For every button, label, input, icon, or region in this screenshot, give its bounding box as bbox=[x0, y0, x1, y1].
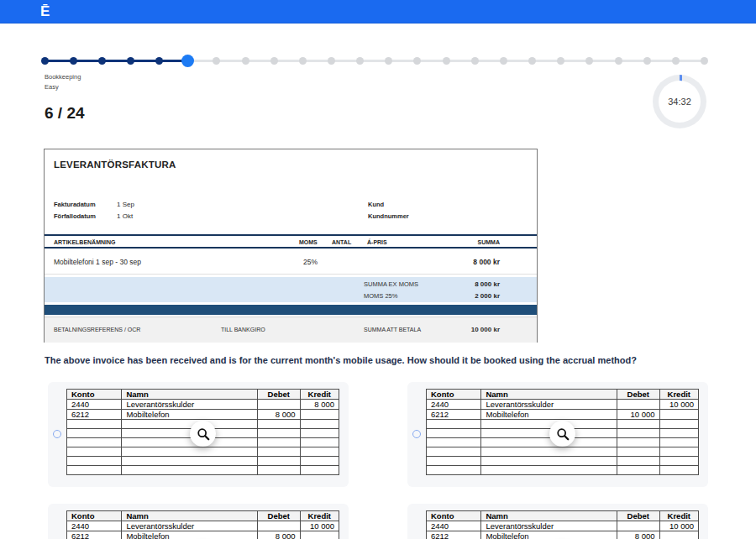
item-sum: 8 000 kr bbox=[473, 258, 500, 266]
ledger-cell: 6212 bbox=[427, 410, 481, 420]
answer-option[interactable]: KontoNamnDebetKredit 2440Leverantörsskul… bbox=[48, 504, 349, 539]
stepper-segment bbox=[590, 60, 618, 62]
ledger-cell bbox=[300, 410, 339, 420]
answer-option[interactable]: KontoNamnDebetKredit 2440Leverantörsskul… bbox=[407, 382, 708, 487]
ledger-cell bbox=[659, 466, 698, 475]
invoice-divider-band bbox=[45, 305, 537, 315]
magnifier-icon[interactable] bbox=[190, 421, 216, 447]
ledger-cell bbox=[659, 410, 698, 420]
ledger-cell: Leverantörsskulder bbox=[481, 400, 617, 410]
stepper-dot-current bbox=[181, 55, 194, 67]
ledger-cell bbox=[257, 447, 300, 457]
stepper-dot bbox=[127, 57, 134, 65]
question-text: The above invoice has been received and … bbox=[45, 355, 733, 365]
ledger-column-header: Konto bbox=[67, 511, 122, 521]
ledger-table: KontoNamnDebetKredit 2440Leverantörsskul… bbox=[66, 510, 339, 539]
invoice-line-item: Mobiltelefoni 1 sep - 30 sep 25% 8 000 k… bbox=[45, 249, 537, 275]
col-vat: MOMS bbox=[299, 239, 318, 245]
stepper-dot bbox=[70, 57, 77, 65]
ledger-cell bbox=[122, 466, 257, 475]
ledger-row: 6212Mobiltelefon10 000 bbox=[427, 410, 699, 420]
ledger-cell bbox=[617, 400, 659, 410]
ledger-cell bbox=[300, 438, 339, 447]
option-radio[interactable] bbox=[412, 430, 421, 438]
ledger-cell: Mobiltelefon bbox=[481, 531, 617, 539]
ledger-cell bbox=[617, 447, 659, 457]
ledger-cell bbox=[481, 466, 617, 475]
ledger-cell: 6212 bbox=[427, 531, 481, 539]
option-radio[interactable] bbox=[53, 430, 61, 438]
ledger-header-row: KontoNamnDebetKredit bbox=[427, 390, 699, 400]
ledger-row: 2440Leverantörsskulder10 000 bbox=[427, 521, 699, 531]
stepper-dot bbox=[528, 57, 536, 65]
ledger-cell: 6212 bbox=[67, 410, 122, 420]
stepper-dot bbox=[500, 57, 507, 65]
ledger-row: 6212Mobiltelefon8 000 bbox=[427, 531, 699, 539]
magnifier-icon[interactable] bbox=[549, 421, 575, 447]
ledger-cell bbox=[122, 420, 257, 429]
ledger-row bbox=[427, 457, 699, 466]
stepper-dot bbox=[299, 57, 307, 65]
ledger-cell bbox=[659, 438, 698, 447]
ledger-row: 6212Mobiltelefon8 000 bbox=[67, 531, 339, 539]
ledger-header-row: KontoNamnDebetKredit bbox=[67, 511, 339, 521]
quiz-category-label: Bookkeeping bbox=[45, 73, 81, 81]
stepper-dot bbox=[356, 57, 364, 65]
ledger-cell bbox=[300, 457, 339, 466]
ledger-cell: 10 000 bbox=[659, 400, 698, 410]
stepper-dot bbox=[557, 57, 564, 65]
ledger-cell: 2440 bbox=[427, 521, 481, 531]
vat-value: 2 000 kr bbox=[475, 292, 500, 300]
item-name: Mobiltelefoni 1 sep - 30 sep bbox=[54, 258, 141, 266]
answer-option[interactable]: KontoNamnDebetKredit 2440Leverantörsskul… bbox=[48, 382, 349, 487]
ledger-cell: 10 000 bbox=[659, 521, 698, 531]
ledger-cell bbox=[481, 438, 617, 447]
invoice-table-header: ARTIKELBENÄMNING MOMS ANTAL Á-PRIS SUMMA bbox=[45, 234, 537, 249]
ledger-column-header: Kredit bbox=[300, 390, 339, 400]
stepper-dot bbox=[98, 57, 106, 65]
stepper-dot bbox=[385, 57, 392, 65]
ledger-cell bbox=[427, 466, 481, 475]
stepper-dot bbox=[443, 57, 450, 65]
countdown-timer: 34:32 bbox=[653, 75, 706, 128]
ledger-table: KontoNamnDebetKredit 2440Leverantörsskul… bbox=[426, 510, 699, 539]
ledger-cell bbox=[257, 521, 300, 531]
ledger-cell: Leverantörsskulder bbox=[122, 400, 257, 410]
ledger-cell bbox=[617, 457, 659, 466]
ledger-column-header: Debet bbox=[257, 511, 300, 521]
ledger-column-header: Namn bbox=[481, 390, 617, 400]
ledger-cell bbox=[617, 521, 659, 531]
stepper-segment bbox=[217, 60, 245, 62]
app-logo[interactable]: Ē bbox=[40, 3, 50, 20]
ledger-column-header: Debet bbox=[617, 390, 659, 400]
ledger-cell bbox=[300, 531, 339, 539]
stepper-dot bbox=[213, 57, 220, 65]
ledger-cell bbox=[659, 447, 698, 457]
quiz-page: Ē Bookkeeping Easy 34:32 6 / 24 LEVERANT… bbox=[0, 0, 756, 539]
ledger-column-header: Debet bbox=[617, 511, 659, 521]
stepper-dot bbox=[413, 57, 421, 65]
ledger-cell: Mobiltelefon bbox=[122, 531, 257, 539]
ledger-header-row: KontoNamnDebetKredit bbox=[427, 511, 699, 521]
bankgiro-label: TILL BANKGIRO bbox=[221, 327, 265, 332]
stepper-dot bbox=[41, 57, 49, 65]
ledger-row: 2440Leverantörsskulder10 000 bbox=[67, 521, 339, 531]
invoice-title: LEVERANTÖRSFAKTURA bbox=[54, 160, 176, 170]
ledger-row: 2440Leverantörsskulder8 000 bbox=[67, 400, 339, 410]
ledger-cell bbox=[257, 438, 300, 447]
stepper-segment bbox=[417, 60, 446, 62]
ledger-cell bbox=[617, 420, 659, 429]
ledger-row bbox=[427, 447, 699, 457]
ledger-cell bbox=[659, 420, 698, 429]
customer-number-label: Kundnummer bbox=[368, 212, 409, 220]
ledger-cell bbox=[427, 457, 481, 466]
invoice-summary-band: SUMMA EX MOMS 8 000 kr MOMS 25% 2 000 kr bbox=[45, 277, 537, 302]
sum-ex-vat-label: SUMMA EX MOMS bbox=[364, 280, 418, 288]
answer-option[interactable]: KontoNamnDebetKredit 2440Leverantörsskul… bbox=[407, 504, 708, 539]
ledger-cell bbox=[122, 457, 257, 466]
ledger-row: 2440Leverantörsskulder10 000 bbox=[427, 400, 699, 410]
ledger-row bbox=[67, 466, 339, 475]
ledger-cell bbox=[300, 447, 339, 457]
ledger-cell bbox=[617, 429, 659, 438]
ledger-cell bbox=[300, 429, 339, 438]
